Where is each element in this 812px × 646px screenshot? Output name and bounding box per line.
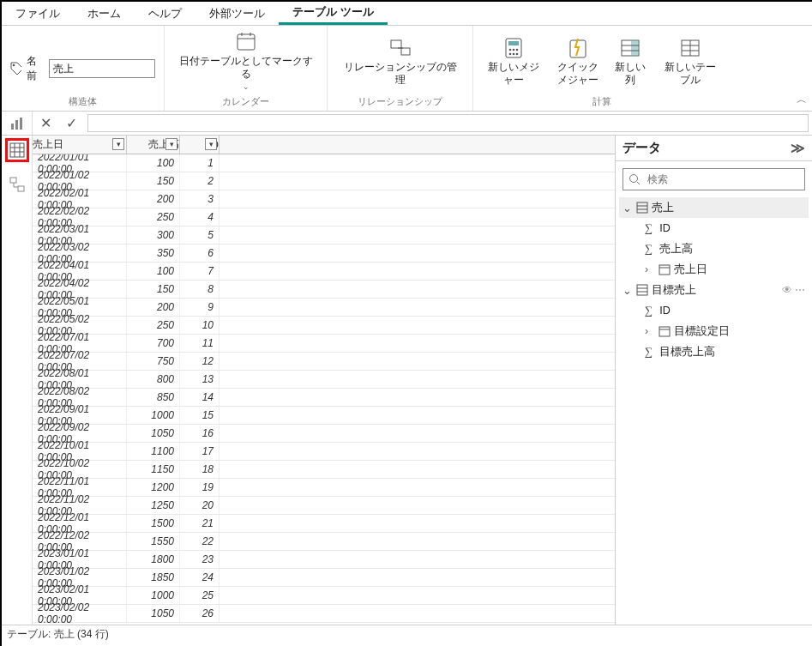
column-filter-icon[interactable]: ▾ [112,138,124,150]
cell: 13 [180,371,220,388]
search-input[interactable] [646,172,799,186]
cell: 150 [127,172,180,190]
cell: 1200 [127,479,180,496]
svg-point-11 [516,49,519,51]
ribbon-group-label-calendar: カレンダー [222,94,269,111]
new-column-icon [619,37,641,59]
new-table-icon [679,37,701,59]
ribbon-collapse-chevron-icon[interactable]: ︿ [797,93,807,107]
cell: 6 [180,245,220,262]
cell: 800 [127,371,180,388]
status-bar: テーブル: 売上 (34 行) [2,625,812,643]
cell: 150 [127,281,180,298]
formula-bar-row: ✕ ✓ [2,112,812,136]
svg-rect-32 [10,178,16,183]
cell: 300 [127,226,180,244]
grid-body[interactable]: 2022/01/01 0:00:0010012022/01/02 0:00:00… [33,154,615,625]
tree-table-target[interactable]: ⌄ 目標売上 👁 ⋯ [619,280,809,300]
svg-point-0 [13,64,15,67]
cell: 24 [180,569,220,586]
cell: 2023/02/02 0:00:00 [33,605,127,622]
cell: 1550 [127,533,180,550]
svg-point-9 [509,49,512,51]
svg-rect-25 [15,120,18,130]
menu-item-4[interactable]: テーブル ツール [279,2,388,25]
cell: 1000 [127,407,180,424]
tree-field-target-id[interactable]: ∑ID [619,300,809,321]
column-header-2[interactable]: ID▾ [180,136,220,154]
cell: 1500 [127,515,180,532]
date-hierarchy-icon [659,325,671,337]
cell: 200 [127,190,180,208]
calculator-icon [502,37,525,59]
svg-line-35 [637,182,640,184]
commit-formula-button[interactable]: ✓ [58,112,84,135]
view-switcher [2,136,33,625]
quick-measure-button[interactable]: クイック メジャー [554,35,602,88]
cell: 10 [180,317,220,334]
cell: 19 [180,479,220,496]
column-filter-icon[interactable]: ▾ [165,138,177,150]
cell: 26 [180,605,220,622]
cell: 1100 [127,443,180,460]
cell: 100 [127,263,180,280]
cell: 18 [180,461,220,478]
cell: 1000 [127,587,180,604]
cell: 700 [127,335,180,352]
cell: 1 [180,154,220,172]
tree-field-id[interactable]: ∑ID [619,218,809,238]
tree-field-amount[interactable]: ∑売上高 [619,238,809,259]
report-view-button[interactable] [6,112,28,135]
menu-item-3[interactable]: 外部ツール [195,2,279,25]
cell: 23 [180,551,220,568]
cell: 20 [180,497,220,514]
table-name-input[interactable] [49,59,155,78]
cell: 250 [127,317,180,334]
data-grid: 売上日▾売上高▾ID▾ 2022/01/01 0:00:0010012022/0… [33,136,615,625]
ribbon: 名前 構造体 日付テーブルとしてマークする ⌄ カレンダー リレーションシップの… [2,26,812,112]
cell: 5 [180,226,220,244]
cell: 22 [180,533,220,550]
column-header-1[interactable]: 売上高▾ [127,136,180,154]
model-view-button[interactable] [6,173,28,196]
column-filter-icon[interactable]: ▾ [205,138,217,150]
new-table-button[interactable]: 新しいテーブル [659,35,722,88]
mark-as-date-table-button[interactable]: 日付テーブルとしてマークする ⌄ [173,29,318,94]
search-icon [629,173,641,185]
new-column-button[interactable]: 新しい列 [611,35,650,88]
cell: 1800 [127,551,180,568]
tree-field-target-amount[interactable]: ∑目標売上高 [619,341,809,362]
svg-rect-26 [20,118,22,130]
cell: 14 [180,389,220,406]
cell: 850 [127,389,180,406]
column-header-0[interactable]: 売上日▾ [33,136,127,154]
panel-collapse-icon[interactable]: ≫ [791,140,805,156]
cell: 200 [127,299,180,316]
table-row[interactable]: 2023/02/02 0:00:00105026 [33,605,615,623]
menu-item-2[interactable]: ヘルプ [135,2,195,25]
cell: 4 [180,208,220,226]
svg-rect-8 [508,41,519,45]
cancel-formula-button[interactable]: ✕ [33,112,58,135]
cell: 8 [180,281,220,298]
cell: 21 [180,515,220,532]
data-panel: データ ≫ ⌄ 売上 ∑ID ∑売上高 › 売上日 ⌄ 目標売上 👁 ⋯ [615,136,812,625]
search-box[interactable] [623,168,805,190]
svg-rect-17 [631,40,639,56]
tree-field-target-date[interactable]: › 目標設定日 [619,321,809,341]
menu-item-0[interactable]: ファイル [2,2,74,25]
tree-table-sales[interactable]: ⌄ 売上 [619,197,809,218]
cell: 7 [180,263,220,280]
panel-title: データ [623,140,661,156]
tree-field-date[interactable]: › 売上日 [619,259,809,280]
more-options-icon[interactable]: 👁 ⋯ [782,284,805,296]
svg-rect-33 [18,186,24,191]
new-measure-button[interactable]: 新しいメジャー [482,35,545,88]
formula-input[interactable] [87,114,809,132]
cell: 100 [127,154,180,172]
data-view-button[interactable] [6,139,28,161]
manage-relationships-button[interactable]: リレーションシップの管理 [336,35,464,88]
cell: 1150 [127,461,180,478]
menu-item-1[interactable]: ホーム [74,2,135,25]
table-icon [636,202,648,214]
